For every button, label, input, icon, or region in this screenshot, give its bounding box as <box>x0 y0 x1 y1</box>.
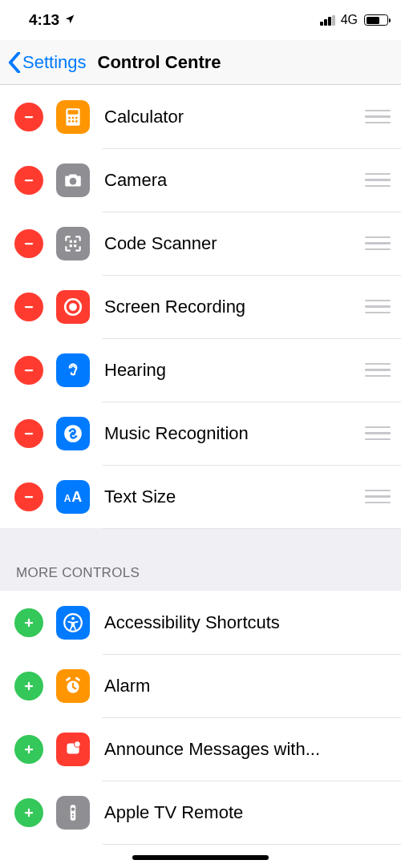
control-label: Announce Messages with... <box>104 739 401 760</box>
tv-remote-icon <box>56 796 90 830</box>
text-size-icon: AA <box>56 480 90 514</box>
remove-button[interactable] <box>14 482 43 511</box>
svg-rect-8 <box>25 621 34 623</box>
remove-button[interactable] <box>14 166 43 195</box>
record-icon <box>56 290 90 324</box>
drag-handle-icon[interactable] <box>369 300 401 314</box>
network-type: 4G <box>341 13 358 27</box>
included-controls-list: CalculatorCameraCode ScannerScreen Recor… <box>0 85 401 528</box>
cellular-signal-icon <box>320 15 335 26</box>
remove-button[interactable] <box>14 293 43 321</box>
accessibility-icon <box>56 606 90 640</box>
more-controls-list: Accessibility ShortcutsAlarmAnnounce Mes… <box>0 591 401 844</box>
remove-button[interactable] <box>14 356 43 385</box>
drag-handle-icon[interactable] <box>369 363 401 377</box>
control-label: Calculator <box>104 107 369 127</box>
drag-handle-icon[interactable] <box>369 110 401 124</box>
add-button[interactable] <box>14 798 43 827</box>
control-row: AAText Size <box>0 465 401 528</box>
add-button[interactable] <box>14 672 43 700</box>
add-button[interactable] <box>14 735 43 764</box>
svg-rect-10 <box>25 684 34 686</box>
control-label: Code Scanner <box>104 233 369 254</box>
control-label: Alarm <box>104 676 401 696</box>
status-bar: 4:13 4G <box>0 0 401 40</box>
row-separator <box>103 528 401 529</box>
camera-icon <box>56 164 90 197</box>
svg-rect-0 <box>25 115 34 117</box>
announce-icon <box>56 733 90 766</box>
control-row: Hearing <box>0 338 401 402</box>
drag-handle-icon[interactable] <box>369 173 401 188</box>
drag-handle-icon[interactable] <box>369 426 401 441</box>
svg-rect-3 <box>25 305 34 307</box>
ear-icon <box>56 353 90 387</box>
control-label: Hearing <box>104 360 369 381</box>
svg-rect-5 <box>25 432 34 434</box>
control-row: Calculator <box>0 85 401 148</box>
control-label: Music Recognition <box>104 423 369 444</box>
svg-rect-12 <box>25 748 34 749</box>
remove-button[interactable] <box>14 103 43 131</box>
chevron-left-icon <box>8 52 21 73</box>
control-row: Code Scanner <box>0 212 401 275</box>
drag-handle-icon[interactable] <box>369 490 401 504</box>
clock: 4:13 <box>29 11 59 29</box>
control-row: Accessibility Shortcuts <box>0 591 401 654</box>
home-indicator[interactable] <box>132 855 269 860</box>
back-button[interactable]: Settings <box>8 52 98 73</box>
page-title: Control Centre <box>98 52 221 73</box>
section-header-more-controls: MORE CONTROLS <box>0 528 401 591</box>
control-row: Music Recognition <box>0 402 401 465</box>
add-button[interactable] <box>14 608 43 637</box>
control-label: Accessibility Shortcuts <box>104 612 401 633</box>
control-label: Text Size <box>104 486 369 507</box>
battery-icon <box>364 14 388 26</box>
drag-handle-icon[interactable] <box>369 236 401 251</box>
svg-rect-4 <box>25 369 34 370</box>
control-label: Screen Recording <box>104 297 369 317</box>
alarm-icon <box>56 669 90 703</box>
back-button-label: Settings <box>22 52 87 73</box>
svg-rect-14 <box>25 811 34 813</box>
svg-rect-6 <box>25 495 34 497</box>
control-row: Apple TV Remote <box>0 781 401 844</box>
qr-scanner-icon <box>56 227 90 260</box>
row-separator <box>103 844 401 845</box>
remove-button[interactable] <box>14 229 43 258</box>
remove-button[interactable] <box>14 419 43 448</box>
control-label: Camera <box>104 170 369 191</box>
control-row: Screen Recording <box>0 275 401 338</box>
shazam-icon <box>56 417 90 450</box>
control-row: Announce Messages with... <box>0 717 401 781</box>
calculator-icon <box>56 100 90 134</box>
control-row: Camera <box>0 148 401 212</box>
control-label: Apple TV Remote <box>104 802 401 823</box>
navigation-bar: Settings Control Centre <box>0 40 401 85</box>
location-services-icon <box>64 11 75 29</box>
svg-rect-1 <box>25 179 34 180</box>
control-row: Alarm <box>0 654 401 717</box>
svg-rect-2 <box>25 242 34 244</box>
